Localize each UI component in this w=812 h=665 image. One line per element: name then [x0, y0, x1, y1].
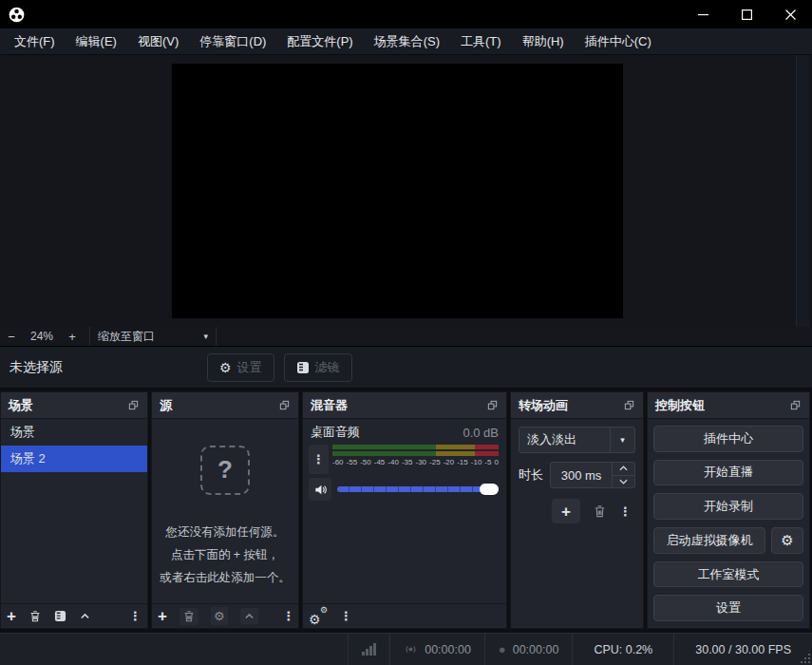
volume-meter-left: [332, 445, 499, 449]
menu-help[interactable]: 帮助(H): [512, 28, 575, 55]
scene-filters-button[interactable]: [54, 610, 66, 622]
preview-canvas[interactable]: [172, 64, 623, 318]
plugin-center-button[interactable]: 插件中心: [653, 426, 803, 452]
start-virtual-camera-button[interactable]: 启动虚拟摄像机: [653, 527, 765, 554]
speaker-icon: [313, 483, 328, 497]
scene-item[interactable]: 场景: [1, 419, 147, 446]
sources-empty-line3: 或者右击此处添加一个。: [152, 567, 298, 590]
properties-label: 设置: [237, 359, 262, 376]
scenes-panel: 场景 场景 场景 2 + ⋮: [0, 391, 148, 629]
transitions-header: 转场动画: [511, 392, 643, 419]
no-source-label: 未选择源: [9, 359, 63, 376]
menu-plugin-center[interactable]: 插件中心(C): [575, 28, 662, 55]
virtual-camera-settings-button[interactable]: ⚙: [771, 527, 803, 554]
remove-source-button[interactable]: [179, 608, 198, 625]
studio-mode-button[interactable]: 工作室模式: [653, 561, 803, 588]
menu-profile[interactable]: 配置文件(P): [276, 28, 363, 55]
duration-increase-button[interactable]: [613, 462, 635, 475]
move-scene-up-button[interactable]: [79, 610, 91, 622]
zoom-fit-dropdown[interactable]: 缩放至窗口 ▾: [89, 327, 217, 346]
controls-panel: 控制按钮 插件中心 开始直播 开始录制 启动虚拟摄像机 ⚙ 工作室模式 设置: [647, 391, 810, 629]
move-source-up-button[interactable]: [240, 608, 258, 624]
sources-empty-line1: 您还没有添加任何源。: [152, 522, 298, 544]
menu-file[interactable]: 文件(F): [4, 28, 66, 55]
sources-more-button[interactable]: ⋮: [283, 610, 295, 622]
scenes-list: 场景 场景 2: [1, 419, 147, 603]
preview-zoom-bar: − 24% + 缩放至窗口 ▾: [0, 327, 812, 347]
cpu-usage: CPU: 0.2%: [572, 634, 673, 665]
menu-scene-collection[interactable]: 场景集合(S): [364, 28, 450, 55]
start-recording-button[interactable]: 开始录制: [653, 493, 803, 520]
minimize-button[interactable]: [681, 0, 725, 28]
obs-logo-icon: [9, 7, 25, 23]
menu-docks[interactable]: 停靠窗口(D): [189, 28, 276, 55]
add-source-button[interactable]: +: [158, 608, 167, 624]
gear-icon: ⚙: [781, 532, 793, 549]
filters-button[interactable]: 滤镜: [284, 353, 352, 382]
close-button[interactable]: [768, 0, 812, 28]
scenes-more-button[interactable]: ⋮: [129, 610, 142, 622]
volume-meter: -60-55-50-45-40-35-30-25-20-15-10-50: [332, 445, 499, 474]
audio-options-button[interactable]: ⋮: [309, 445, 329, 474]
volume-meter-right: [332, 451, 499, 456]
fps-value: 30.00 / 30.00 FPS: [695, 643, 791, 656]
zoom-out-button[interactable]: −: [0, 330, 23, 344]
remove-scene-button[interactable]: [28, 610, 42, 623]
mixer-more-button[interactable]: ⋮: [340, 610, 352, 622]
volume-slider-handle[interactable]: [480, 484, 499, 495]
mixer-body: 桌面音频 0.0 dB ⋮ -60-55-50-45-40-35-30-25-2…: [303, 419, 506, 603]
advanced-audio-button[interactable]: ⚙⚙: [309, 608, 328, 625]
scene-item-selected[interactable]: 场景 2: [1, 446, 147, 472]
start-streaming-button[interactable]: 开始直播: [653, 460, 803, 486]
preview-scrollbar[interactable]: [796, 55, 809, 327]
duration-decrease-button[interactable]: [613, 475, 635, 489]
audio-source-name: 桌面音频: [311, 424, 360, 441]
add-transition-button[interactable]: +: [552, 499, 580, 523]
menu-bar: 文件(F) 编辑(E) 视图(V) 停靠窗口(D) 配置文件(P) 场景集合(S…: [0, 28, 812, 55]
transition-more-button[interactable]: ⋮: [619, 505, 632, 518]
popout-icon[interactable]: [623, 399, 635, 411]
remove-transition-button[interactable]: [593, 504, 607, 519]
popout-icon[interactable]: [278, 399, 291, 411]
zoom-in-button[interactable]: +: [61, 330, 84, 344]
record-timer: ● 00:00:00: [484, 634, 573, 665]
duration-label: 时长: [519, 466, 543, 484]
mixer-toolbar: ⚙⚙ ⋮: [303, 603, 506, 628]
scenes-toolbar: + ⋮: [1, 603, 147, 628]
controls-title: 控制按钮: [655, 397, 705, 414]
sources-empty-line2: 点击下面的 + 按钮，: [152, 544, 298, 567]
broadcast-icon: [404, 642, 418, 656]
popout-icon[interactable]: [789, 399, 802, 411]
popout-icon[interactable]: [127, 399, 140, 411]
duration-value[interactable]: 300 ms: [550, 462, 613, 488]
menu-view[interactable]: 视图(V): [127, 28, 189, 55]
volume-slider[interactable]: [337, 483, 499, 496]
popout-icon[interactable]: [486, 399, 499, 411]
preview-area: [0, 55, 812, 327]
transitions-body: 淡入淡出 ▾ 时长 300 ms +: [511, 419, 643, 628]
chevron-down-icon: ▾: [610, 428, 634, 452]
transition-select[interactable]: 淡入淡出 ▾: [519, 427, 635, 453]
menu-edit[interactable]: 编辑(E): [66, 28, 127, 55]
transitions-title: 转场动画: [519, 397, 568, 414]
settings-button[interactable]: 设置: [653, 595, 803, 621]
source-properties-button[interactable]: ⚙: [211, 607, 228, 625]
record-icon: ●: [499, 643, 506, 656]
menu-tools[interactable]: 工具(T): [450, 28, 512, 55]
add-scene-button[interactable]: +: [7, 608, 16, 624]
status-bar: 00:00:00 ● 00:00:00 CPU: 0.2% 30.00 / 30…: [0, 633, 812, 665]
scenes-header: 场景: [1, 392, 147, 419]
sources-list[interactable]: ? 您还没有添加任何源。 点击下面的 + 按钮， 或者右击此处添加一个。: [152, 419, 298, 603]
filters-label: 滤镜: [315, 359, 340, 376]
filter-icon: [296, 361, 310, 374]
mute-button[interactable]: [309, 478, 331, 501]
resize-grip[interactable]: [801, 654, 810, 663]
sources-empty-state: ? 您还没有添加任何源。 点击下面的 + 按钮， 或者右击此处添加一个。: [152, 446, 298, 589]
stream-time: 00:00:00: [425, 643, 471, 656]
signal-bars-icon: [362, 643, 376, 656]
duration-spinbox[interactable]: 300 ms: [550, 462, 635, 488]
audio-mixer-panel: 混音器 桌面音频 0.0 dB ⋮ -60-55-50-45-40-35-30-…: [302, 391, 507, 629]
properties-button[interactable]: ⚙ 设置: [207, 353, 274, 382]
volume-slider-track: [337, 486, 499, 492]
maximize-button[interactable]: [725, 0, 768, 28]
